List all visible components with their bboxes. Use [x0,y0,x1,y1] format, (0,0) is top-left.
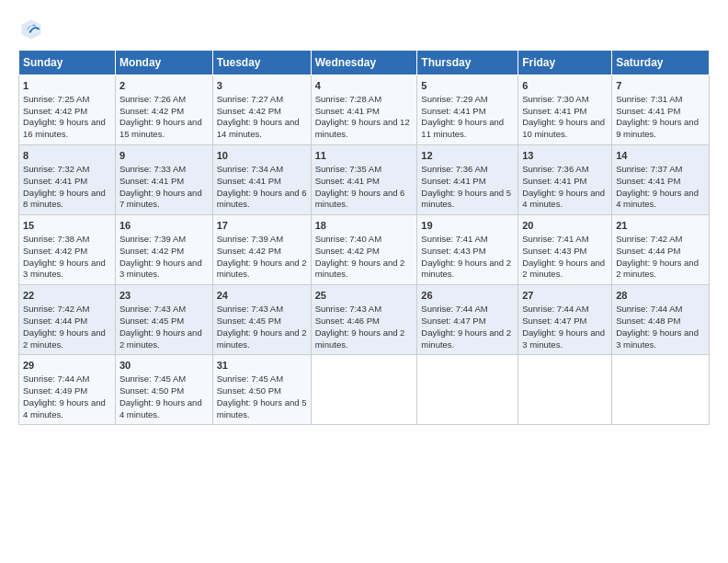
sunset: Sunset: 4:41 PM [23,176,87,186]
sunrise: Sunrise: 7:43 AM [315,304,381,314]
sunrise: Sunrise: 7:44 AM [522,304,588,314]
day-cell: 8Sunrise: 7:32 AMSunset: 4:41 PMDaylight… [19,145,116,215]
day-cell: 3Sunrise: 7:27 AMSunset: 4:42 PMDaylight… [212,75,311,145]
daylight: Daylight: 9 hours and 2 minutes. [421,327,511,350]
header [18,17,710,42]
daylight: Daylight: 9 hours and 5 minutes. [217,397,307,419]
sunrise: Sunrise: 7:34 AM [217,164,283,174]
day-cell: 15Sunrise: 7:38 AMSunset: 4:42 PMDayligh… [19,215,116,285]
col-header-wednesday: Wednesday [311,51,417,75]
daylight: Daylight: 9 hours and 8 minutes. [23,188,106,210]
sunrise: Sunrise: 7:43 AM [119,304,186,314]
logo-icon [18,17,44,42]
day-number: 2 [119,79,209,93]
day-cell: 1Sunrise: 7:25 AMSunset: 4:42 PMDaylight… [19,75,116,145]
sunrise: Sunrise: 7:30 AM [522,94,588,104]
sunrise: Sunrise: 7:40 AM [315,234,381,244]
daylight: Daylight: 9 hours and 2 minutes. [616,258,699,280]
sunset: Sunset: 4:42 PM [217,246,281,256]
daylight: Daylight: 9 hours and 3 minutes. [522,327,605,350]
day-number: 28 [616,289,705,303]
sunset: Sunset: 4:41 PM [616,176,680,186]
calendar-table: SundayMondayTuesdayWednesdayThursdayFrid… [18,50,710,425]
sunrise: Sunrise: 7:31 AM [616,94,682,104]
day-cell: 21Sunrise: 7:42 AMSunset: 4:44 PMDayligh… [612,215,710,285]
day-number: 1 [23,79,111,93]
daylight: Daylight: 9 hours and 12 minutes. [315,117,410,139]
day-cell: 5Sunrise: 7:29 AMSunset: 4:41 PMDaylight… [417,75,518,145]
sunrise: Sunrise: 7:43 AM [217,304,283,314]
day-cell: 31Sunrise: 7:45 AMSunset: 4:50 PMDayligh… [212,355,311,425]
day-cell: 6Sunrise: 7:30 AMSunset: 4:41 PMDaylight… [518,75,612,145]
daylight: Daylight: 9 hours and 9 minutes. [616,117,699,139]
col-header-monday: Monday [115,51,212,75]
sunset: Sunset: 4:45 PM [119,316,184,326]
day-cell: 14Sunrise: 7:37 AMSunset: 4:41 PMDayligh… [612,145,710,215]
col-header-sunday: Sunday [19,51,116,75]
sunset: Sunset: 4:42 PM [217,106,281,116]
day-cell: 17Sunrise: 7:39 AMSunset: 4:42 PMDayligh… [212,215,311,285]
day-number: 13 [522,149,608,163]
day-cell: 18Sunrise: 7:40 AMSunset: 4:42 PMDayligh… [311,215,417,285]
daylight: Daylight: 9 hours and 3 minutes. [119,258,202,280]
sunset: Sunset: 4:47 PM [522,316,586,326]
day-number: 24 [217,289,307,303]
sunrise: Sunrise: 7:39 AM [119,234,186,244]
daylight: Daylight: 9 hours and 2 minutes. [315,327,405,350]
day-number: 16 [119,219,209,233]
sunset: Sunset: 4:41 PM [315,176,380,186]
daylight: Daylight: 9 hours and 14 minutes. [217,117,300,139]
day-number: 12 [421,149,514,163]
sunset: Sunset: 4:42 PM [23,106,87,116]
daylight: Daylight: 9 hours and 6 minutes. [217,188,307,210]
day-cell: 22Sunrise: 7:42 AMSunset: 4:44 PMDayligh… [19,285,116,355]
col-header-saturday: Saturday [612,51,710,75]
sunrise: Sunrise: 7:41 AM [421,234,487,244]
day-number: 15 [23,219,111,233]
day-cell: 11Sunrise: 7:35 AMSunset: 4:41 PMDayligh… [311,145,417,215]
day-cell: 29Sunrise: 7:44 AMSunset: 4:49 PMDayligh… [19,355,116,425]
day-cell: 30Sunrise: 7:45 AMSunset: 4:50 PMDayligh… [115,355,212,425]
day-cell: 27Sunrise: 7:44 AMSunset: 4:47 PMDayligh… [518,285,612,355]
day-number: 17 [217,219,307,233]
day-cell: 2Sunrise: 7:26 AMSunset: 4:42 PMDaylight… [115,75,212,145]
sunrise: Sunrise: 7:28 AM [315,94,381,104]
sunset: Sunset: 4:42 PM [315,246,380,256]
daylight: Daylight: 9 hours and 2 minutes. [23,327,106,350]
sunrise: Sunrise: 7:38 AM [23,234,89,244]
sunrise: Sunrise: 7:39 AM [217,234,283,244]
day-number: 21 [616,219,705,233]
sunset: Sunset: 4:42 PM [119,246,184,256]
col-header-thursday: Thursday [417,51,518,75]
day-cell: 20Sunrise: 7:41 AMSunset: 4:43 PMDayligh… [518,215,612,285]
day-number: 14 [616,149,705,163]
daylight: Daylight: 9 hours and 10 minutes. [522,117,605,139]
daylight: Daylight: 9 hours and 2 minutes. [315,258,405,280]
day-number: 19 [421,219,514,233]
daylight: Daylight: 9 hours and 16 minutes. [23,117,106,139]
daylight: Daylight: 9 hours and 3 minutes. [23,258,106,280]
day-cell: 13Sunrise: 7:36 AMSunset: 4:41 PMDayligh… [518,145,612,215]
sunrise: Sunrise: 7:25 AM [23,94,89,104]
day-cell: 23Sunrise: 7:43 AMSunset: 4:45 PMDayligh… [115,285,212,355]
sunrise: Sunrise: 7:36 AM [522,164,588,174]
sunset: Sunset: 4:46 PM [315,316,380,326]
sunset: Sunset: 4:41 PM [421,106,485,116]
sunset: Sunset: 4:41 PM [315,106,380,116]
sunset: Sunset: 4:48 PM [616,316,680,326]
sunset: Sunset: 4:41 PM [217,176,281,186]
daylight: Daylight: 9 hours and 4 minutes. [23,397,106,419]
sunrise: Sunrise: 7:41 AM [522,234,588,244]
sunrise: Sunrise: 7:33 AM [119,164,186,174]
day-number: 22 [23,289,111,303]
daylight: Daylight: 9 hours and 2 minutes. [217,258,307,280]
sunrise: Sunrise: 7:35 AM [315,164,381,174]
daylight: Daylight: 9 hours and 11 minutes. [421,117,504,139]
day-cell: 7Sunrise: 7:31 AMSunset: 4:41 PMDaylight… [612,75,710,145]
day-number: 6 [522,79,608,93]
week-row-4: 22Sunrise: 7:42 AMSunset: 4:44 PMDayligh… [19,285,710,355]
daylight: Daylight: 9 hours and 5 minutes. [421,188,511,210]
daylight: Daylight: 9 hours and 3 minutes. [616,327,699,350]
sunrise: Sunrise: 7:44 AM [23,373,89,384]
sunset: Sunset: 4:41 PM [522,106,586,116]
